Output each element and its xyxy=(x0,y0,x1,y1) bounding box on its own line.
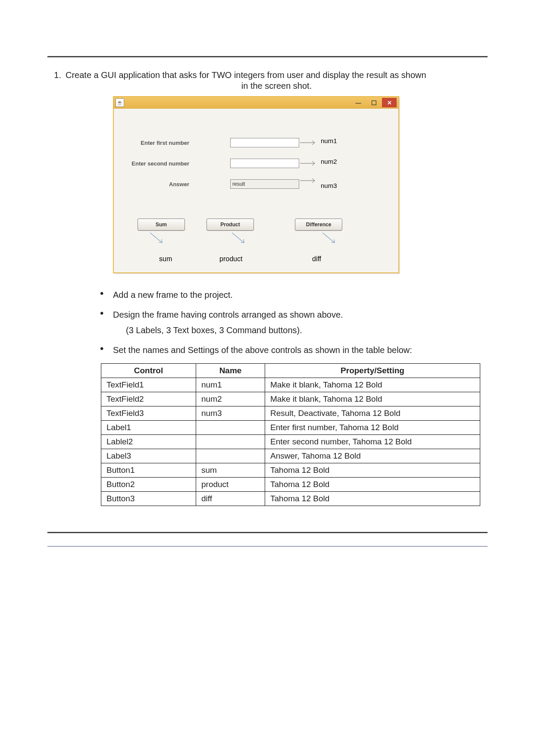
annotation-num3: num3 xyxy=(321,182,337,189)
title-bar: ☕ — ✕ xyxy=(114,97,398,109)
table-row: Label1Enter first number, Tahoma 12 Bold xyxy=(101,421,480,435)
question-text-line2: in the screen shot. xyxy=(66,81,488,91)
table-header: Control xyxy=(101,364,196,378)
arrow-icon xyxy=(300,178,317,184)
page-bottom-rule-thin xyxy=(47,546,488,547)
arrow-icon xyxy=(300,140,317,146)
svg-line-4 xyxy=(150,233,162,243)
table-header: Name xyxy=(196,364,265,378)
table-row: Button2productTahoma 12 Bold xyxy=(101,478,480,492)
num2-field[interactable] xyxy=(230,159,299,168)
arrow-icon xyxy=(300,160,317,166)
table-row: TextField2num2Make it blank, Tahoma 12 B… xyxy=(101,392,480,406)
diag-arrow-icon xyxy=(321,232,338,245)
sum-button[interactable]: Sum xyxy=(138,219,185,231)
difference-button[interactable]: Difference xyxy=(295,219,342,231)
diag-arrow-icon xyxy=(148,232,166,245)
bullet-text: Add a new frame to the project. xyxy=(113,290,233,300)
table-header-row: Control Name Property/Setting xyxy=(101,364,480,378)
annotation-num2: num2 xyxy=(321,158,337,165)
page-top-rule xyxy=(47,56,488,57)
app-body: Enter first number Enter second number A… xyxy=(114,109,398,272)
java-icon: ☕ xyxy=(116,98,124,107)
bullet-item: Set the names and Settings of the above … xyxy=(100,344,488,356)
table-row: Button1sumTahoma 12 Bold xyxy=(101,463,480,478)
label-first-number: Enter first number xyxy=(129,140,189,146)
label-second-number: Enter second number xyxy=(122,160,189,167)
num1-field[interactable] xyxy=(230,138,299,147)
table-row: TextField1num1Make it blank, Tahoma 12 B… xyxy=(101,378,480,392)
annotation-diff: diff xyxy=(312,255,321,263)
bullet-item: Add a new frame to the project. xyxy=(100,288,488,301)
annotation-sum: sum xyxy=(159,255,172,263)
controls-table: Control Name Property/Setting TextField1… xyxy=(101,363,480,506)
svg-line-6 xyxy=(322,233,335,243)
annotation-product: product xyxy=(219,255,242,263)
app-window: ☕ — ✕ Enter first number Enter second nu… xyxy=(113,96,399,273)
window-maximize-button[interactable] xyxy=(366,98,381,107)
window-close-button[interactable]: ✕ xyxy=(382,98,397,107)
window-minimize-button[interactable]: — xyxy=(351,98,366,107)
bullet-text: Design the frame having controls arrange… xyxy=(113,310,343,319)
table-header: Property/Setting xyxy=(265,364,480,378)
bullet-subtext: (3 Labels, 3 Text boxes, 3 Command butto… xyxy=(126,324,488,337)
bullet-item: Design the frame having controls arrange… xyxy=(100,308,488,337)
svg-rect-0 xyxy=(372,100,376,105)
table-row: TextField3num3Result, Deactivate, Tahoma… xyxy=(101,406,480,421)
question-text-line1: Create a GUI application that asks for T… xyxy=(66,70,426,80)
maximize-icon xyxy=(372,100,376,105)
bullet-list: Add a new frame to the project. Design t… xyxy=(100,288,488,356)
table-row: Button3diffTahoma 12 Bold xyxy=(101,492,480,506)
bullet-text: Set the names and Settings of the above … xyxy=(113,345,412,355)
table-row: Label3Answer, Tahoma 12 Bold xyxy=(101,449,480,463)
annotation-num1: num1 xyxy=(321,137,337,144)
diag-arrow-icon xyxy=(230,232,247,245)
label-answer: Answer xyxy=(146,181,189,187)
svg-line-5 xyxy=(232,233,244,243)
page-bottom-rule-thick xyxy=(47,532,488,533)
question-block: 1. Create a GUI application that asks fo… xyxy=(47,70,488,506)
table-row: Lablel2Enter second number, Tahoma 12 Bo… xyxy=(101,435,480,449)
num3-field xyxy=(230,179,299,189)
product-button[interactable]: Product xyxy=(206,219,254,231)
question-number: 1. xyxy=(47,70,61,506)
